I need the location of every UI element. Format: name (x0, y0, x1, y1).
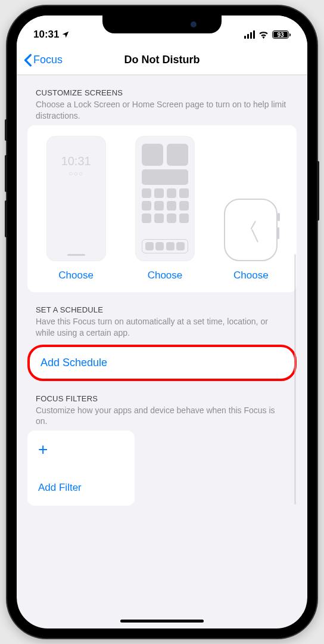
screen: 10:31 93 Focus (17, 16, 307, 628)
lock-screen-option[interactable]: 10:31 ○○○ Choose (46, 136, 106, 281)
battery-icon: 93 (272, 30, 291, 39)
choose-lock-label: Choose (58, 270, 94, 281)
scroll-indicator[interactable] (294, 254, 296, 504)
home-screen-preview (135, 136, 195, 261)
phone-frame: 10:31 93 Focus (7, 6, 317, 638)
back-label: Focus (33, 54, 63, 66)
filters-header: FOCUS FILTERS Customize how your apps an… (27, 381, 297, 431)
chevron-left-icon (24, 54, 32, 67)
lock-preview-time: 10:31 (61, 154, 91, 168)
choose-home-label: Choose (148, 270, 183, 281)
plus-icon: + (38, 441, 124, 458)
home-screen-option[interactable]: Choose (135, 136, 195, 281)
customize-title: CUSTOMIZE SCREENS (36, 88, 288, 97)
customize-header: CUSTOMIZE SCREENS Choose a Lock Screen o… (27, 75, 297, 125)
add-schedule-button[interactable]: Add Schedule (27, 345, 297, 381)
home-indicator[interactable] (120, 620, 204, 623)
content-area[interactable]: CUSTOMIZE SCREENS Choose a Lock Screen o… (17, 75, 307, 506)
battery-level: 93 (277, 32, 284, 38)
choose-watch-label: Choose (233, 270, 269, 281)
schedule-title: SET A SCHEDULE (36, 305, 288, 314)
schedule-desc: Have this Focus turn on automatically at… (36, 316, 288, 339)
schedule-header: SET A SCHEDULE Have this Focus turn on a… (27, 292, 297, 342)
nav-bar: Focus Do Not Disturb (17, 45, 307, 75)
lock-screen-preview: 10:31 ○○○ (46, 136, 106, 261)
location-icon (61, 30, 70, 39)
filters-desc: Customize how your apps and device behav… (36, 405, 288, 428)
signal-icon (244, 30, 255, 39)
add-filter-button[interactable]: + Add Filter (27, 431, 135, 506)
status-time: 10:31 (33, 29, 59, 41)
notch (102, 16, 222, 33)
watch-option[interactable]: Choose (224, 199, 278, 281)
watch-preview (224, 199, 278, 261)
page-title: Do Not Disturb (124, 54, 200, 66)
filters-title: FOCUS FILTERS (36, 394, 288, 403)
lock-preview-dots: ○○○ (68, 169, 83, 178)
add-schedule-label: Add Schedule (40, 357, 284, 369)
customize-desc: Choose a Lock Screen or Home Screen page… (36, 99, 288, 122)
wifi-icon (258, 31, 269, 39)
add-filter-label: Add Filter (38, 482, 124, 494)
customize-screens-card: 10:31 ○○○ Choose (27, 125, 297, 292)
back-button[interactable]: Focus (24, 54, 63, 67)
